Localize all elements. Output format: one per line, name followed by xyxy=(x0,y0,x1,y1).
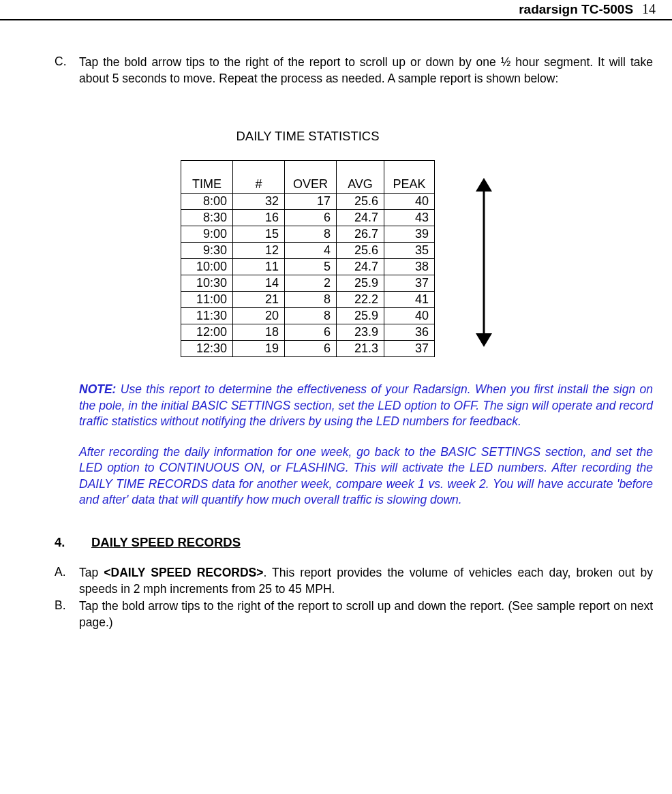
table-row: 12:0018623.936 xyxy=(181,324,435,341)
table-cell: 6 xyxy=(285,324,337,341)
table-cell: 4 xyxy=(285,243,337,259)
table-cell: 11 xyxy=(233,259,285,275)
note-label: NOTE: xyxy=(79,382,116,396)
table-title: DAILY TIME STATISTICS xyxy=(181,129,435,144)
table-cell: 40 xyxy=(384,308,435,324)
table-cell: 18 xyxy=(233,324,285,341)
stats-table-wrap: DAILY TIME STATISTICS TIME # OVER AVG PE… xyxy=(181,129,435,357)
table-row: 10:3014225.937 xyxy=(181,275,435,292)
table-cell: 9:00 xyxy=(181,226,233,243)
table-cell: 35 xyxy=(384,243,435,259)
note-block: NOTE: Use this report to determine the e… xyxy=(79,382,653,508)
table-cell: 43 xyxy=(384,210,435,226)
table-cell: 32 xyxy=(233,194,285,210)
table-cell: 24.7 xyxy=(337,210,384,226)
table-cell: 11:30 xyxy=(181,308,233,324)
table-cell: 8:00 xyxy=(181,194,233,210)
note-paragraph-2: After recording the daily information fo… xyxy=(79,444,653,508)
table-header-row: TIME # OVER AVG PEAK xyxy=(181,161,435,194)
table-cell: 12 xyxy=(233,243,285,259)
page-header: radarsign TC-500S 14 xyxy=(0,0,672,20)
table-cell: 8 xyxy=(285,292,337,308)
table-row: 9:0015826.739 xyxy=(181,226,435,243)
table-cell: 19 xyxy=(233,341,285,357)
table-cell: 9:30 xyxy=(181,243,233,259)
table-cell: 8 xyxy=(285,226,337,243)
table-cell: 25.9 xyxy=(337,308,384,324)
table-cell: 38 xyxy=(384,259,435,275)
svg-marker-1 xyxy=(476,178,492,192)
table-cell: 10:00 xyxy=(181,259,233,275)
table-cell: 5 xyxy=(285,259,337,275)
svg-marker-2 xyxy=(476,333,492,347)
th-peak: PEAK xyxy=(384,161,435,194)
table-cell: 16 xyxy=(233,210,285,226)
table-row: 10:0011524.738 xyxy=(181,259,435,275)
item-4a-text: Tap <DAILY SPEED RECORDS>. This report p… xyxy=(79,565,653,597)
table-cell: 25.6 xyxy=(337,243,384,259)
item-4b-text: Tap the bold arrow tips to the right of … xyxy=(79,598,653,630)
table-cell: 8 xyxy=(285,308,337,324)
th-avg: AVG xyxy=(337,161,384,194)
table-row: 11:0021822.241 xyxy=(181,292,435,308)
table-row: 8:00321725.640 xyxy=(181,194,435,210)
item-c-marker: C. xyxy=(55,55,79,87)
table-cell: 22.2 xyxy=(337,292,384,308)
item-c-text: Tap the bold arrow tips to the right of … xyxy=(79,55,653,87)
table-cell: 21 xyxy=(233,292,285,308)
page-number: 14 xyxy=(642,1,656,16)
note-paragraph-1: NOTE: Use this report to determine the e… xyxy=(79,382,653,429)
table-cell: 37 xyxy=(384,341,435,357)
table-cell: 20 xyxy=(233,308,285,324)
item-4b-marker: B. xyxy=(55,598,79,630)
table-row: 8:3016624.743 xyxy=(181,210,435,226)
section-4-title: DAILY SPEED RECORDS xyxy=(91,535,241,550)
table-cell: 6 xyxy=(285,210,337,226)
section-4-number: 4. xyxy=(55,535,91,550)
table-row: 11:3020825.940 xyxy=(181,308,435,324)
table-cell: 26.7 xyxy=(337,226,384,243)
table-cell: 23.9 xyxy=(337,324,384,341)
table-cell: 14 xyxy=(233,275,285,292)
note-p1-text: Use this report to determine the effecti… xyxy=(79,382,653,428)
stats-table: TIME # OVER AVG PEAK 8:00321725.6408:301… xyxy=(181,160,435,357)
header-title: radarsign TC-500S xyxy=(519,2,633,16)
table-cell: 24.7 xyxy=(337,259,384,275)
table-cell: 25.9 xyxy=(337,275,384,292)
table-cell: 12:30 xyxy=(181,341,233,357)
item-4a: A. Tap <DAILY SPEED RECORDS>. This repor… xyxy=(55,565,653,597)
table-cell: 37 xyxy=(384,275,435,292)
th-count: # xyxy=(233,161,285,194)
table-cell: 12:00 xyxy=(181,324,233,341)
table-cell: 15 xyxy=(233,226,285,243)
table-cell: 36 xyxy=(384,324,435,341)
table-cell: 10:30 xyxy=(181,275,233,292)
table-cell: 2 xyxy=(285,275,337,292)
table-cell: 21.3 xyxy=(337,341,384,357)
table-cell: 40 xyxy=(384,194,435,210)
table-cell: 6 xyxy=(285,341,337,357)
table-cell: 41 xyxy=(384,292,435,308)
table-cell: 11:00 xyxy=(181,292,233,308)
scroll-arrow-icon[interactable] xyxy=(470,178,498,347)
table-row: 9:3012425.635 xyxy=(181,243,435,259)
table-cell: 8:30 xyxy=(181,210,233,226)
table-cell: 25.6 xyxy=(337,194,384,210)
th-time: TIME xyxy=(181,161,233,194)
item-4a-prefix: Tap xyxy=(79,566,104,579)
th-over: OVER xyxy=(285,161,337,194)
item-4a-marker: A. xyxy=(55,565,79,597)
table-cell: 17 xyxy=(285,194,337,210)
item-4b: B. Tap the bold arrow tips to the right … xyxy=(55,598,653,630)
table-cell: 39 xyxy=(384,226,435,243)
table-row: 12:3019621.337 xyxy=(181,341,435,357)
item-4a-bold: <DAILY SPEED RECORDS> xyxy=(104,566,263,579)
item-c: C. Tap the bold arrow tips to the right … xyxy=(55,55,653,87)
section-4-heading: 4. DAILY SPEED RECORDS xyxy=(55,535,653,550)
